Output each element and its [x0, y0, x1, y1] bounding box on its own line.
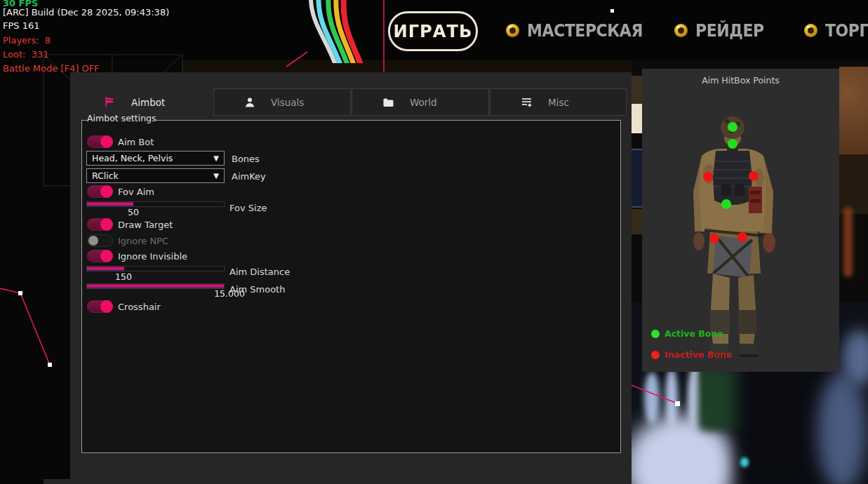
toggle-knob [100, 300, 113, 313]
chevron-down-icon: ▼ [213, 172, 219, 180]
tab-label: Aimbot [131, 97, 165, 108]
aimkey-dropdown[interactable]: RClick ▼ [86, 168, 225, 183]
esp-dot [610, 9, 614, 13]
aim-bot-toggle[interactable] [87, 135, 113, 148]
draw-target-toggle[interactable] [87, 218, 113, 231]
tab-label: Visuals [271, 97, 304, 108]
hitbox-point-right-thigh [737, 232, 747, 242]
hitbox-point-neck [728, 139, 737, 149]
ignore-npc-label: Ignore NPC [118, 236, 168, 246]
bones-label: Bones [232, 154, 260, 164]
player-model [681, 111, 800, 363]
person-icon [244, 97, 255, 108]
toggle-knob [100, 135, 113, 148]
menu-item-workshop[interactable]: МАСТЕРСКАЯ [506, 20, 658, 41]
esp-tracer-line [629, 384, 677, 403]
hitbox-panel-title: Aim HitBox Points [642, 75, 839, 86]
tab-misc[interactable]: Misc [490, 88, 627, 116]
ignore-invisible-toggle[interactable] [87, 250, 113, 262]
esp-tracer-line [20, 293, 50, 365]
crosshair-label: Crosshair [118, 302, 161, 312]
cheat-window: Aimbot Visuals World [70, 72, 632, 484]
ignore-invisible-label: Ignore Invisible [118, 251, 187, 262]
playlist-add-icon [521, 96, 533, 108]
tab-label: World [410, 97, 437, 108]
legend-label: Inactive Bone [665, 349, 732, 360]
esp-dot [18, 291, 22, 295]
hitbox-point-left-thigh [709, 234, 719, 243]
menu-item-label: ТОРГО [825, 20, 868, 41]
menu-item-label: РЕЙДЕР [695, 20, 764, 41]
bones-value: Head, Neck, Pelvis [92, 153, 173, 163]
aim-smooth-label: Aim Smooth [229, 284, 285, 295]
fov-aim-label: Fov Aim [118, 187, 154, 197]
hitbox-point-left-arm [703, 172, 713, 182]
build-info: [ARC] Build (Dec 28 2025, 09:43:38) [3, 8, 169, 17]
inactive-bone-dot-icon [651, 351, 660, 359]
chevron-down-icon: ▼ [213, 154, 219, 162]
ignore-npc-toggle[interactable] [87, 234, 113, 247]
esp-dot [48, 363, 52, 367]
hitbox-point-head [728, 122, 737, 132]
hitbox-panel: Aim HitBox Points [642, 69, 839, 372]
toggle-knob [100, 250, 113, 262]
fov-size-slider[interactable] [86, 201, 225, 207]
esp-dot [675, 401, 680, 406]
coin-icon [506, 24, 519, 37]
aimkey-label: AimKey [232, 171, 266, 182]
fps-counter: FPS 161 [3, 21, 40, 30]
menu-item-trader[interactable]: ТОРГО [804, 20, 868, 41]
aimkey-value: RClick [92, 170, 119, 181]
slider-fill [87, 202, 133, 206]
hitbox-point-right-arm [749, 171, 759, 181]
menu-item-label: МАСТЕРСКАЯ [527, 20, 643, 41]
toggle-knob [100, 218, 113, 231]
aim-smooth-slider[interactable] [86, 283, 225, 289]
toggle-knob [88, 236, 98, 246]
flag-icon [104, 96, 116, 108]
folder-icon [382, 97, 394, 108]
esp-diagonal-line [286, 52, 307, 67]
players-counter: Players: 8 [3, 36, 51, 45]
fov-aim-toggle[interactable] [87, 185, 113, 198]
aim-distance-value: 150 [102, 271, 145, 282]
tab-aimbot[interactable]: Aimbot [70, 88, 213, 116]
legend-label: Active Bone [665, 328, 723, 339]
groupbox-border [81, 120, 87, 121]
groupbox-border [156, 120, 621, 121]
slider-fill [87, 267, 124, 271]
fov-size-label: Fov Size [229, 203, 267, 213]
menu-item-raider[interactable]: РЕЙДЕР [674, 20, 773, 41]
loot-counter: Loot: 331 [3, 50, 48, 59]
legend-active-bone: Active Bone [651, 328, 723, 339]
legend-inactive-bone: Inactive Bone [651, 349, 732, 360]
fov-size-value: 50 [112, 207, 154, 217]
aim-distance-label: Aim Distance [229, 267, 290, 277]
screen: 30 FPS [ARC] Build (Dec 28 2025, 09:43:3… [0, 0, 868, 484]
aim-bot-label: Aim Bot [118, 137, 154, 147]
draw-target-label: Draw Target [118, 220, 173, 230]
play-button[interactable]: ИГРАТЬ [388, 11, 478, 51]
slider-fill [87, 284, 224, 288]
toggle-knob [100, 185, 113, 198]
aim-distance-slider[interactable] [86, 266, 225, 271]
hitbox-point-pelvis [721, 199, 731, 209]
group-title: Aimbot settings [87, 113, 156, 123]
tab-world[interactable]: World [352, 88, 489, 116]
tab-label: Misc [548, 97, 569, 108]
esp-tracer-line [0, 288, 20, 293]
coin-icon [674, 24, 688, 37]
tab-visuals[interactable]: Visuals [213, 88, 351, 116]
coin-icon [804, 24, 817, 37]
bones-dropdown[interactable]: Head, Neck, Pelvis ▼ [86, 151, 225, 166]
crosshair-toggle[interactable] [87, 300, 113, 313]
active-bone-dot-icon [651, 330, 660, 338]
